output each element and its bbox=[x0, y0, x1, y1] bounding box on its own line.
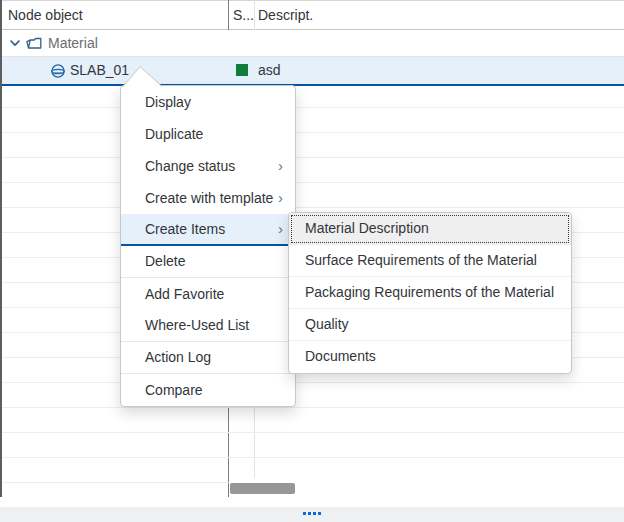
menu-item-add-favorite[interactable]: Add Favorite bbox=[121, 278, 295, 310]
status-indicator bbox=[236, 64, 248, 76]
menu-item-create-with-template[interactable]: Create with template› bbox=[121, 182, 295, 214]
menu-item-duplicate[interactable]: Duplicate bbox=[121, 118, 295, 150]
submenu-item-packaging-requirements-of-the-material[interactable]: Packaging Requirements of the Material bbox=[289, 277, 571, 309]
menu-item-label: Display bbox=[145, 94, 191, 110]
submenu-item-label: Material Description bbox=[305, 220, 429, 236]
menu-item-label: Create with template bbox=[145, 190, 273, 206]
menu-item-label: Where-Used List bbox=[145, 317, 249, 333]
submenu-item-label: Surface Requirements of the Material bbox=[305, 252, 537, 268]
menu-item-delete[interactable]: Delete bbox=[121, 246, 295, 278]
column-header-status[interactable]: S... bbox=[233, 1, 254, 30]
submenu-item-label: Documents bbox=[305, 348, 376, 364]
table-grid-line bbox=[2, 407, 624, 408]
submenu-item-label: Packaging Requirements of the Material bbox=[305, 284, 554, 300]
menu-item-display[interactable]: Display bbox=[121, 86, 295, 118]
menu-item-where-used-list[interactable]: Where-Used List bbox=[121, 310, 295, 342]
menu-item-label: Duplicate bbox=[145, 126, 203, 142]
tree-node-label[interactable]: SLAB_01 bbox=[70, 57, 129, 84]
chevron-down-icon[interactable] bbox=[8, 36, 22, 50]
column-header-description[interactable]: Descript. bbox=[258, 1, 313, 30]
menu-item-create-items[interactable]: Create Items› bbox=[121, 214, 295, 246]
menu-item-label: Create Items bbox=[145, 221, 225, 237]
table-grid-line bbox=[2, 157, 624, 158]
material-sphere-icon bbox=[50, 63, 66, 79]
chevron-right-icon: › bbox=[278, 150, 283, 182]
table-grid-line bbox=[2, 432, 624, 433]
folder-icon bbox=[26, 36, 43, 51]
menu-item-change-status[interactable]: Change status› bbox=[121, 150, 295, 182]
menu-callout-arrow-icon bbox=[122, 65, 164, 90]
submenu-item-quality[interactable]: Quality bbox=[289, 309, 571, 341]
menu-item-label: Compare bbox=[145, 382, 203, 398]
submenu-item-label: Quality bbox=[305, 316, 349, 332]
menu-item-label: Add Favorite bbox=[145, 286, 224, 302]
submenu-item-surface-requirements-of-the-material[interactable]: Surface Requirements of the Material bbox=[289, 245, 571, 277]
menu-item-label: Action Log bbox=[145, 349, 211, 365]
table-row-material[interactable]: Material bbox=[2, 30, 624, 57]
table-row-slab-01[interactable]: SLAB_01 asd bbox=[2, 57, 624, 86]
table-header: Node object S... Descript. bbox=[0, 0, 624, 30]
tree-table-screen: Node object S... Descript. Material SLAB… bbox=[0, 0, 624, 522]
horizontal-scrollbar-thumb[interactable] bbox=[230, 483, 295, 494]
menu-item-label: Delete bbox=[145, 253, 185, 269]
column-header-node-object[interactable]: Node object bbox=[8, 1, 83, 30]
table-grid-line bbox=[2, 457, 624, 458]
description-cell: asd bbox=[258, 57, 281, 84]
table-grid-line bbox=[2, 182, 624, 183]
tree-node-label[interactable]: Material bbox=[48, 30, 98, 57]
splitter-grip-icon[interactable] bbox=[303, 512, 321, 515]
submenu-item-material-description[interactable]: Material Description bbox=[289, 213, 571, 245]
menu-item-action-log[interactable]: Action Log bbox=[121, 342, 295, 374]
table-grid-line bbox=[2, 382, 624, 383]
menu-item-label: Change status bbox=[145, 158, 235, 174]
table-grid-line bbox=[2, 132, 624, 133]
chevron-right-icon: › bbox=[278, 182, 283, 214]
submenu-item-documents[interactable]: Documents bbox=[289, 341, 571, 373]
menu-item-compare[interactable]: Compare bbox=[121, 374, 295, 406]
table-grid-line bbox=[2, 107, 624, 108]
create-items-submenu: Material DescriptionSurface Requirements… bbox=[288, 212, 572, 374]
context-menu: DisplayDuplicateChange status›Create wit… bbox=[120, 85, 296, 407]
splitter-bar[interactable] bbox=[0, 507, 624, 522]
table-grid-line bbox=[2, 207, 624, 208]
chevron-right-icon: › bbox=[278, 214, 283, 244]
